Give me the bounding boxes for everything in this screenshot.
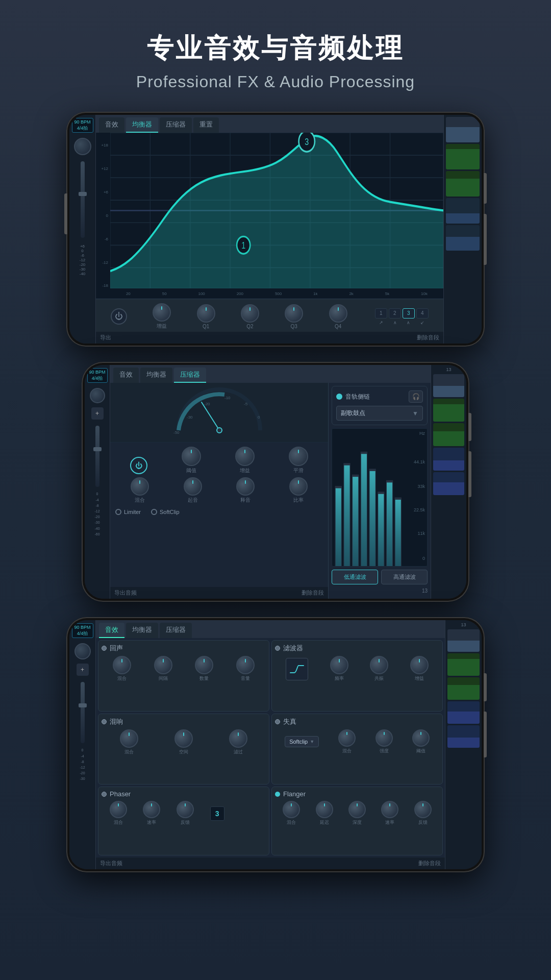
distortion-dropdown[interactable]: Softclip ▼ [285,736,319,747]
sidebar-knob-3[interactable] [74,643,91,659]
knob-reverb-1[interactable] [113,656,131,674]
sidebar-btn-3[interactable]: + [77,664,89,676]
knob-phaser-1[interactable] [110,801,127,818]
track-strip-2-3[interactable] [433,423,464,446]
tab-comp-1[interactable]: 压缩器 [160,117,192,133]
track-strip-4[interactable] [446,198,480,224]
knob-dist-3[interactable] [412,729,430,747]
tab-reset-1[interactable]: 重置 [193,117,219,133]
knob-smooth[interactable] [289,447,308,466]
band-btn-3[interactable]: 3 [403,308,415,318]
knob-flanger-5[interactable] [414,801,432,818]
track-strip-2-5[interactable] [433,472,464,495]
sidebar-knob-2[interactable] [90,388,105,403]
filter-shape-icon[interactable] [286,658,308,680]
high-pass-btn[interactable]: 高通滤波 [381,570,428,584]
knob-filter-1[interactable] [330,656,348,674]
knob-filter-2[interactable] [370,656,388,674]
track-strip-5[interactable] [446,225,480,251]
knob-chorus-2[interactable] [174,729,193,748]
knob-reverb-2[interactable] [154,656,172,674]
band-btn-2[interactable]: 2 [389,308,401,318]
knob-phaser-3[interactable] [177,801,194,818]
sidebar-knob-1[interactable] [74,138,91,155]
phaser-led[interactable] [102,792,107,797]
volume-button-1[interactable] [484,214,487,265]
filter-led[interactable] [275,646,280,651]
power-btn-1[interactable]: ⏻ [111,308,127,325]
tab-comp-3[interactable]: 压缩器 [160,623,192,638]
tab-eq-2[interactable]: 均衡器 [140,368,172,383]
knob-chorus-3[interactable] [229,729,247,748]
knob-q4[interactable] [329,304,347,323]
knob-reverb-3[interactable] [195,656,213,674]
tab-fx-2[interactable]: 音效 [113,368,139,383]
footer-right-1[interactable]: 删除音段 [417,334,439,341]
knob-chorus-1[interactable] [120,729,138,748]
footer-left-1[interactable]: 导出 [100,334,111,341]
knob-filter-3[interactable] [410,656,429,674]
radio-limiter[interactable]: Limiter [115,509,141,515]
footer-right-3[interactable]: 删除音段 [418,860,441,867]
track-3-5[interactable] [447,725,480,748]
comp-power-btn[interactable]: ⏻ [130,457,147,474]
track-strip-2[interactable] [446,144,480,169]
power-button-3[interactable] [484,673,487,701]
tab-fx-3[interactable]: 音效 [99,623,124,638]
knob-ratio[interactable] [289,477,308,496]
power-button-2[interactable] [468,413,471,441]
phaser-num-display[interactable]: 3 [210,806,224,821]
footer-right-2[interactable]: 删除音段 [302,589,324,597]
knob-mix[interactable] [131,477,149,496]
knob-flanger-1[interactable] [283,801,300,818]
track-3-2[interactable] [447,653,480,676]
knob-dist-1[interactable] [338,729,356,747]
distortion-led[interactable] [275,719,280,724]
knob-gain-2[interactable] [235,447,255,466]
tab-fx-1[interactable]: 音效 [99,117,124,133]
band-btn-1[interactable]: 1 [375,308,387,318]
band-btn-4[interactable]: 4 [416,308,429,318]
track-strip-2-2[interactable] [433,399,464,422]
flanger-led[interactable] [275,792,280,797]
radio-softclip[interactable]: SoftClip [151,509,180,515]
tab-eq-3[interactable]: 均衡器 [126,623,158,638]
track-3-1[interactable] [447,629,480,652]
track-strip-2-1[interactable] [433,374,464,397]
knob-phaser-2[interactable] [143,801,160,818]
knob-release[interactable] [236,477,255,496]
volume-button-2[interactable] [468,451,471,497]
sidechain-headphone-btn[interactable]: 🎧 [409,390,423,403]
footer-left-3[interactable]: 导出音频 [100,860,122,867]
volume-fader-3[interactable] [81,682,85,743]
knob-q1[interactable] [197,304,215,323]
footer-left-2[interactable]: 导出音频 [114,589,137,597]
knob-q2[interactable] [241,304,259,323]
knob-reverb-4[interactable] [236,656,255,674]
track-3-3[interactable] [447,677,480,700]
track-3-4[interactable] [447,701,480,724]
power-button-1[interactable] [484,173,487,204]
left-button-1[interactable] [64,193,67,234]
reverb-led[interactable] [102,646,107,651]
volume-button-3[interactable] [484,712,487,757]
tab-eq-1[interactable]: 均衡器 [126,117,158,133]
sidebar-add-btn[interactable]: + [91,407,104,420]
sidechain-dropdown[interactable]: 副歌鼓点 ▼ [336,406,423,421]
knob-attack[interactable] [184,477,202,496]
track-strip-2-4[interactable] [433,448,464,471]
knob-q3[interactable] [285,304,303,323]
tab-comp-2[interactable]: 压缩器 [174,368,206,383]
low-pass-btn[interactable]: 低通滤波 [332,570,378,584]
volume-fader-2[interactable] [95,426,99,487]
chorus-led[interactable] [102,719,107,724]
eq-graph-1[interactable]: +18 +12 +6 0 -6 -12 -18 [96,133,443,299]
track-strip-1[interactable] [446,117,480,142]
knob-flanger-4[interactable] [381,801,398,818]
knob-flanger-3[interactable] [348,801,366,818]
knob-threshold[interactable] [182,447,201,466]
knob-dist-2[interactable] [375,729,393,747]
track-strip-3[interactable] [446,171,480,197]
volume-fader-1[interactable] [81,161,85,238]
knob-flanger-2[interactable] [316,801,333,818]
